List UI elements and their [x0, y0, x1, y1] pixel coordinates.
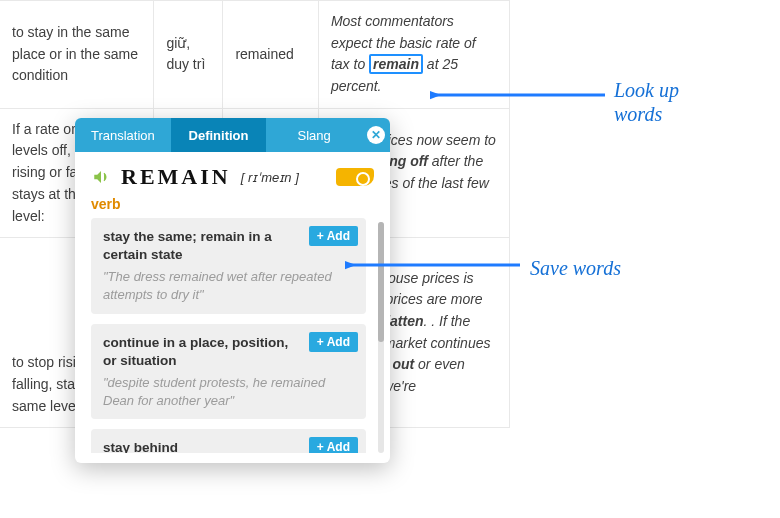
popup-tabs: Translation Definition Slang ✕ — [75, 118, 390, 152]
cell-def: to stay in the same place or in the same… — [0, 1, 154, 109]
headword: REMAIN — [121, 164, 231, 190]
table-row: to stay in the same place or in the same… — [0, 1, 510, 109]
add-button[interactable]: + Add — [309, 332, 358, 352]
tab-slang[interactable]: Slang — [266, 118, 362, 152]
sense-example: "despite student protests, he remained D… — [103, 374, 354, 409]
close-button[interactable]: ✕ — [362, 118, 390, 152]
scrollbar-thumb[interactable] — [378, 222, 384, 342]
tab-translation[interactable]: Translation — [75, 118, 171, 152]
key-icon — [336, 168, 374, 186]
sense-item: + Add stay behind — [91, 429, 366, 453]
annotation-lookup: Look up words — [614, 78, 679, 126]
definitions-list[interactable]: + Add stay the same; remain in a certain… — [91, 218, 374, 453]
add-button[interactable]: + Add — [309, 437, 358, 453]
sense-example: "The dress remained wet after repeated a… — [103, 268, 354, 303]
add-button[interactable]: + Add — [309, 226, 358, 246]
dictionary-popup: Translation Definition Slang ✕ REMAIN [ … — [75, 118, 390, 463]
annotation-save: Save words — [530, 256, 621, 280]
sense-item: + Add stay the same; remain in a certain… — [91, 218, 366, 314]
headword-row: REMAIN [ rɪˈmeɪn ] — [75, 152, 390, 196]
highlighted-word[interactable]: remain — [369, 54, 423, 74]
speaker-icon[interactable] — [91, 168, 111, 186]
scrollbar[interactable] — [378, 222, 384, 453]
sense-item: + Add continue in a place, position, or … — [91, 324, 366, 420]
cell-example: Most commentators expect the basic rate … — [318, 1, 509, 109]
cell-vn: giữ, duy trì — [154, 1, 223, 109]
ipa: [ rɪˈmeɪn ] — [241, 170, 299, 185]
part-of-speech: verb — [75, 196, 390, 218]
close-icon: ✕ — [367, 126, 385, 144]
tab-definition[interactable]: Definition — [171, 118, 267, 152]
cell-word: remained — [223, 1, 319, 109]
